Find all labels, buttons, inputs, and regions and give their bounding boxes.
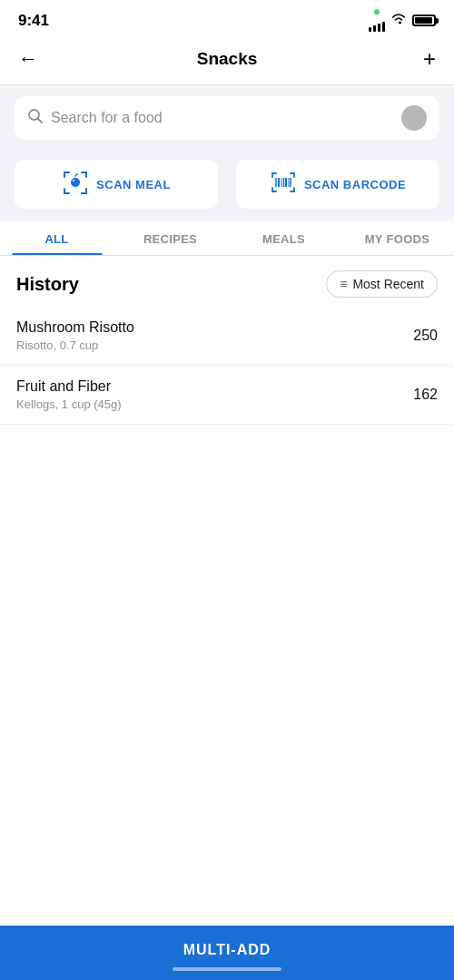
- history-title: History: [16, 274, 79, 295]
- signal-bars: [369, 22, 385, 32]
- wifi-icon: [390, 13, 407, 28]
- scan-barcode-button[interactable]: SCAN BARCODE: [236, 160, 439, 209]
- food-item-calories: 162: [413, 387, 438, 403]
- svg-line-1: [38, 118, 43, 122]
- scan-meal-button[interactable]: SCAN MEAL: [15, 160, 218, 209]
- food-item[interactable]: Fruit and Fiber Kellogs, 1 cup (45g) 162: [0, 366, 454, 425]
- tab-all[interactable]: ALL: [0, 221, 114, 255]
- history-section: History ≡ Most Recent Mushroom Risotto R…: [0, 256, 454, 425]
- battery-icon: [412, 15, 436, 26]
- history-header: History ≡ Most Recent: [0, 256, 454, 307]
- food-list: Mushroom Risotto Risotto, 0.7 cup 250 Fr…: [0, 307, 454, 425]
- status-bar: 9:41: [0, 0, 454, 37]
- search-icon: [27, 108, 44, 129]
- search-placeholder[interactable]: Search for a food: [51, 110, 394, 126]
- scan-barcode-label: SCAN BARCODE: [304, 178, 406, 191]
- search-cursor: [401, 105, 427, 131]
- bottom-cta[interactable]: MULTI-ADD: [0, 926, 454, 980]
- search-container: Search for a food: [0, 85, 454, 151]
- page-title: Snacks: [45, 49, 409, 69]
- header: ← Snacks +: [0, 37, 454, 84]
- scan-meal-icon: [62, 169, 89, 200]
- scan-barcode-icon: [270, 171, 297, 198]
- tab-meals[interactable]: MEALS: [227, 221, 340, 255]
- sort-button[interactable]: ≡ Most Recent: [326, 270, 438, 298]
- food-item-name: Fruit and Fiber: [16, 378, 122, 395]
- home-indicator: [173, 967, 281, 971]
- multi-add-label: MULTI-ADD: [183, 942, 271, 958]
- tabs-container: ALL RECIPES MEALS MY FOODS: [0, 221, 454, 256]
- food-item-desc: Kellogs, 1 cup (45g): [16, 397, 122, 411]
- search-bar[interactable]: Search for a food: [15, 96, 439, 140]
- battery-fill: [415, 17, 432, 24]
- food-item-name: Mushroom Risotto: [16, 319, 134, 336]
- food-item-info: Fruit and Fiber Kellogs, 1 cup (45g): [16, 378, 122, 411]
- add-button[interactable]: +: [409, 46, 436, 72]
- tab-recipes[interactable]: RECIPES: [114, 221, 227, 255]
- back-button[interactable]: ←: [18, 47, 45, 71]
- food-item-calories: 250: [413, 328, 438, 344]
- scan-meal-label: SCAN MEAL: [96, 178, 171, 191]
- scan-buttons-container: SCAN MEAL SCAN BARCODE: [0, 151, 454, 221]
- tab-my-foods[interactable]: MY FOODS: [340, 221, 454, 255]
- signal-dot: [374, 9, 380, 15]
- sort-icon: ≡: [340, 277, 347, 291]
- food-item[interactable]: Mushroom Risotto Risotto, 0.7 cup 250: [0, 307, 454, 366]
- svg-point-2: [73, 180, 74, 181]
- food-item-info: Mushroom Risotto Risotto, 0.7 cup: [16, 319, 134, 352]
- food-item-desc: Risotto, 0.7 cup: [16, 338, 134, 352]
- status-icons: [369, 9, 436, 32]
- sort-label: Most Recent: [352, 277, 424, 291]
- status-time: 9:41: [18, 12, 49, 30]
